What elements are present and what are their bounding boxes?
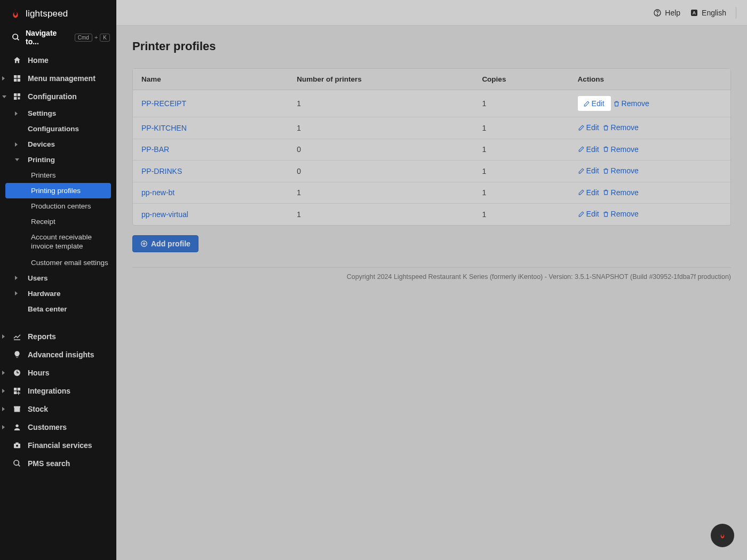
sidebar-subsub-production-centers[interactable]: Production centers bbox=[0, 198, 116, 214]
sidebar-item-label: Printing profiles bbox=[31, 187, 81, 195]
sidebar-subsub-receipt[interactable]: Receipt bbox=[0, 214, 116, 229]
help-button[interactable]: Help bbox=[653, 9, 680, 17]
table-row: PP-BAR 0 1 Edit Remove bbox=[133, 139, 730, 161]
language-selector[interactable]: A English bbox=[690, 9, 726, 17]
topbar-divider bbox=[736, 7, 736, 19]
sidebar-item-stock[interactable]: Stock bbox=[0, 400, 116, 418]
profile-name-link[interactable]: PP-KITCHEN bbox=[141, 124, 187, 132]
sidebar-item-label: Home bbox=[28, 56, 49, 65]
profile-name-link[interactable]: pp-new-bt bbox=[141, 188, 174, 197]
edit-icon bbox=[578, 124, 585, 131]
svg-text:A: A bbox=[693, 10, 696, 15]
remove-button[interactable]: Remove bbox=[602, 166, 639, 175]
svg-line-22 bbox=[18, 465, 20, 466]
sidebar-item-label: Financial services bbox=[28, 441, 92, 450]
page-title: Printer profiles bbox=[132, 39, 731, 53]
edit-button[interactable]: Edit bbox=[583, 99, 605, 108]
trash-icon bbox=[602, 167, 609, 174]
sidebar-item-customers[interactable]: Customers bbox=[0, 418, 116, 436]
cell-copies: 1 bbox=[473, 117, 569, 139]
sidebar-item-label: Customers bbox=[28, 423, 67, 431]
edit-button[interactable]: Edit bbox=[578, 210, 599, 218]
box-icon bbox=[12, 405, 22, 413]
sidebar-sub-configurations[interactable]: Configurations bbox=[0, 121, 116, 137]
sidebar-item-configuration[interactable]: Configuration bbox=[0, 87, 116, 106]
sidebar-item-menu-management[interactable]: Menu management bbox=[0, 69, 116, 87]
remove-button[interactable]: Remove bbox=[602, 123, 639, 132]
sidebar-item-label: Production centers bbox=[31, 202, 91, 210]
edit-button[interactable]: Edit bbox=[578, 166, 599, 175]
profile-name-link[interactable]: PP-DRINKS bbox=[141, 167, 182, 175]
sidebar-item-label: Reports bbox=[28, 332, 56, 341]
profile-name-link[interactable]: pp-new-virtual bbox=[141, 210, 188, 219]
profile-name-link[interactable]: PP-RECEIPT bbox=[141, 99, 186, 108]
sidebar-item-financial-services[interactable]: Financial services bbox=[0, 436, 116, 454]
nav-search-placeholder: Navigate to... bbox=[26, 29, 69, 46]
chevron-right-icon bbox=[2, 425, 5, 429]
flame-icon bbox=[718, 530, 727, 541]
profile-name-link[interactable]: PP-BAR bbox=[141, 145, 169, 154]
edit-button[interactable]: Edit bbox=[578, 123, 599, 132]
cell-actions: Edit Remove bbox=[569, 161, 730, 182]
edit-button[interactable]: Edit bbox=[578, 188, 599, 197]
sidebar-item-reports[interactable]: Reports bbox=[0, 327, 116, 346]
svg-rect-6 bbox=[14, 93, 17, 96]
chevron-right-icon bbox=[2, 371, 5, 375]
help-label: Help bbox=[665, 9, 680, 17]
chevron-right-icon bbox=[15, 276, 18, 280]
sidebar-item-label: Receipt bbox=[31, 218, 55, 226]
remove-button[interactable]: Remove bbox=[602, 145, 639, 154]
sidebar-item-label: Beta center bbox=[28, 305, 67, 313]
sidebar-subsub-ar-invoice[interactable]: Account receivable invoice template bbox=[0, 229, 116, 255]
remove-button[interactable]: Remove bbox=[602, 188, 639, 197]
sidebar-item-integrations[interactable]: Integrations bbox=[0, 382, 116, 400]
sidebar-item-home[interactable]: Home bbox=[0, 51, 116, 69]
sidebar-sub-printing[interactable]: Printing bbox=[0, 152, 116, 167]
sidebar-item-advanced-insights[interactable]: Advanced insights bbox=[0, 346, 116, 364]
sidebar-sub-beta-center[interactable]: Beta center bbox=[0, 301, 116, 317]
sidebar-item-label: Customer email settings bbox=[31, 259, 108, 267]
remove-button[interactable]: Remove bbox=[602, 210, 639, 218]
cell-printers: 1 bbox=[288, 90, 473, 117]
svg-rect-12 bbox=[14, 388, 17, 390]
sidebar-sub-devices[interactable]: Devices bbox=[0, 137, 116, 152]
sidebar-sub-hardware[interactable]: Hardware bbox=[0, 286, 116, 301]
language-label: English bbox=[702, 9, 726, 17]
help-fab[interactable] bbox=[711, 524, 734, 547]
topbar: Help A English bbox=[116, 0, 747, 26]
table-row: PP-DRINKS 0 1 Edit Remove bbox=[133, 161, 730, 182]
footer-copyright: Copyright 2024 Lightspeed Restaurant K S… bbox=[132, 267, 731, 281]
sidebar-subsub-printers[interactable]: Printers bbox=[0, 167, 116, 183]
search-icon bbox=[12, 33, 20, 42]
sidebar-sub-settings[interactable]: Settings bbox=[0, 106, 116, 121]
edit-icon bbox=[578, 146, 585, 153]
clock-icon bbox=[12, 369, 22, 377]
edit-button[interactable]: Edit bbox=[578, 145, 599, 154]
trash-icon bbox=[602, 146, 609, 153]
svg-rect-5 bbox=[18, 79, 20, 82]
sidebar-item-label: Configuration bbox=[28, 92, 77, 101]
sidebar-subsub-printing-profiles[interactable]: Printing profiles bbox=[5, 183, 111, 198]
remove-button[interactable]: Remove bbox=[613, 99, 649, 108]
cell-copies: 1 bbox=[473, 161, 569, 182]
nav-search-kbd: Cmd + K bbox=[75, 34, 110, 42]
add-profile-button[interactable]: Add profile bbox=[132, 235, 198, 252]
trash-icon bbox=[613, 100, 620, 107]
sidebar-subsub-customer-email[interactable]: Customer email settings bbox=[0, 255, 116, 270]
svg-rect-7 bbox=[18, 93, 20, 96]
sidebar-item-label: Printing bbox=[28, 156, 55, 164]
home-icon bbox=[12, 56, 22, 65]
nav-search[interactable]: Navigate to... Cmd + K bbox=[0, 25, 116, 51]
chevron-down-icon bbox=[2, 95, 6, 98]
cell-actions: Edit Remove bbox=[569, 182, 730, 204]
sidebar-sub-users[interactable]: Users bbox=[0, 270, 116, 286]
svg-rect-14 bbox=[14, 391, 17, 394]
svg-rect-13 bbox=[18, 388, 20, 390]
svg-point-17 bbox=[15, 424, 18, 427]
cell-copies: 1 bbox=[473, 182, 569, 204]
sidebar-item-hours[interactable]: Hours bbox=[0, 364, 116, 382]
cell-actions: Edit Remove bbox=[569, 117, 730, 139]
sidebar-item-label: Account receivable invoice template bbox=[31, 233, 92, 250]
camera-icon bbox=[12, 441, 22, 450]
sidebar-item-pms-search[interactable]: PMS search bbox=[0, 454, 116, 473]
